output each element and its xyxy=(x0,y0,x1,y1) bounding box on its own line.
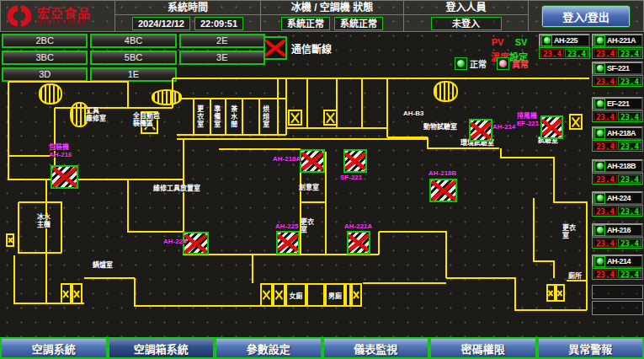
unit-led-icon xyxy=(594,63,605,74)
room-box: 女廁 xyxy=(285,283,306,307)
ahu-device-offline-icon[interactable] xyxy=(429,179,457,202)
unit-ah-214[interactable]: AH-214 xyxy=(592,255,643,268)
ahu-device-offline-icon[interactable] xyxy=(347,231,370,255)
nav-button-空調系統[interactable]: 空調系統 xyxy=(0,337,108,359)
unit-ah-216[interactable]: AH-216 xyxy=(592,223,643,237)
room-label: AH-B3 xyxy=(403,110,423,118)
pv-label: PV xyxy=(492,37,504,47)
floor-button-2bc[interactable]: 2BC xyxy=(2,34,88,48)
unit-ef-221-values: 23.423.4 xyxy=(592,110,643,122)
status-led-legend: 正常 異常 xyxy=(455,57,529,70)
room-label: 更衣 室 xyxy=(562,225,576,240)
room-label: 創意室 xyxy=(299,185,319,192)
unit-led-icon xyxy=(594,193,605,204)
ahu-device-label: AH-224 xyxy=(163,238,187,245)
floor-plan-map: 女廁男廁工具 維修室全自動包 裝機區更衣室準備室茶水間烘焙室AH-B3動物試驗室… xyxy=(0,74,599,335)
ahu-device-offline-icon[interactable] xyxy=(540,115,563,139)
unit-pv-value: 23.4 xyxy=(540,49,564,57)
normal-led-icon xyxy=(455,57,467,70)
unit-ah-225[interactable]: AH-225 xyxy=(539,34,590,47)
stairs-icon xyxy=(434,81,458,102)
ahu-device-label: AH-221A xyxy=(344,222,372,230)
unit-ah-218b[interactable]: AH-218B xyxy=(592,159,643,173)
login-user-value: 未登入 xyxy=(431,17,502,30)
unit-name: AH-218B xyxy=(607,162,636,170)
ahu-device-offline-icon[interactable] xyxy=(276,231,300,255)
ahu-device-label: AH-218A xyxy=(273,155,301,163)
unit-led-icon xyxy=(594,256,605,267)
unit-sv-value: 23.4 xyxy=(618,206,641,215)
nav-button-空調箱系統[interactable]: 空調箱系統 xyxy=(108,337,216,359)
unit-sv-value: 23.4 xyxy=(618,174,641,183)
comm-loss-legend: 通信斷線 xyxy=(263,36,332,60)
stairs-icon xyxy=(152,89,182,105)
floor-button-2e[interactable]: 2E xyxy=(179,34,265,48)
unit-ah-218a[interactable]: AH-218A xyxy=(592,126,643,140)
room-box: 男廁 xyxy=(325,283,345,307)
unit-led-icon xyxy=(594,225,605,236)
unit-sv-value: 23.4 xyxy=(618,77,641,85)
room-label: 全自動包 裝機區 xyxy=(133,113,160,128)
ahu-device-offline-icon[interactable] xyxy=(469,119,492,142)
unit-ah-224-values: 23.423.4 xyxy=(592,205,643,217)
unit-ah-218b-values: 23.423.4 xyxy=(592,173,643,185)
room-label: 動物試驗室 xyxy=(423,124,457,131)
hunya-logo-icon xyxy=(5,3,34,29)
unit-sv-value: 23.4 xyxy=(618,238,641,247)
abnormal-label: 異常 xyxy=(512,57,529,70)
login-logout-button[interactable]: 登入/登出 xyxy=(542,6,630,27)
room-box xyxy=(345,283,351,307)
floor-button-3e[interactable]: 3E xyxy=(179,51,265,65)
unit-sv-value: 23.4 xyxy=(618,142,641,150)
cross-box-icon xyxy=(273,283,285,307)
comm-loss-label: 通信斷線 xyxy=(291,41,332,56)
logo: 宏亞食品 HUNYA FOODS xyxy=(0,0,115,32)
time-display: 22:09:51 xyxy=(194,17,243,30)
login-user-label: 登入人員 xyxy=(404,1,528,15)
brand-name-en: HUNYA FOODS xyxy=(37,19,91,25)
unit-sv-value: 23.4 xyxy=(565,49,588,57)
unit-led-icon xyxy=(594,99,605,110)
ahu-status: 系統正常 xyxy=(334,17,383,30)
normal-label: 正常 xyxy=(470,57,487,70)
stairs-icon xyxy=(39,83,62,104)
floor-button-4bc[interactable]: 4BC xyxy=(90,34,176,48)
unit-ah-216-values: 23.423.4 xyxy=(592,237,643,249)
unit-ah-214-values: 23.423.4 xyxy=(592,268,643,280)
floor-button-5bc[interactable]: 5BC xyxy=(90,51,176,65)
unit-name: AH-225 xyxy=(554,36,577,45)
ahu-device-offline-icon[interactable] xyxy=(300,149,325,173)
unit-led-icon xyxy=(594,128,605,139)
abnormal-led-icon xyxy=(497,57,509,70)
nav-button-儀表監視[interactable]: 儀表監視 xyxy=(322,337,430,359)
room-label: 工具 維修室 xyxy=(86,108,106,123)
room-label: 更衣 室 xyxy=(301,219,314,234)
ahu-device-label: AH-214 xyxy=(492,123,516,131)
room-label: 冰水 主機 xyxy=(37,214,51,229)
cross-box-icon xyxy=(323,110,338,126)
unit-name: AH-216 xyxy=(607,226,631,234)
unit-ef-221[interactable]: EF-221 xyxy=(592,97,643,110)
ahu-device-offline-icon[interactable] xyxy=(51,165,78,189)
unit-led-icon xyxy=(594,35,605,46)
nav-button-異常警報[interactable]: 異常警報 xyxy=(537,337,644,359)
ahu-device-label: AH-225 xyxy=(275,222,299,230)
unit-sf-221[interactable]: SF-221 xyxy=(592,62,643,75)
unit-sv-value: 23.4 xyxy=(618,49,641,57)
unit-pv-value: 23.4 xyxy=(593,49,617,57)
unit-slot-empty xyxy=(592,301,643,315)
nav-button-密碼權限[interactable]: 密碼權限 xyxy=(429,337,537,359)
unit-ah-224[interactable]: AH-224 xyxy=(592,191,643,205)
nav-button-參數設定[interactable]: 參數設定 xyxy=(215,337,322,359)
room-label: 更衣室 xyxy=(195,105,203,128)
ahu-device-offline-icon[interactable] xyxy=(343,149,367,173)
floor-button-3bc[interactable]: 3BC xyxy=(2,51,88,65)
room-box xyxy=(306,283,325,307)
unit-led-icon xyxy=(594,161,605,172)
unit-ah-221a[interactable]: AH-221A xyxy=(592,34,643,47)
login-user-section: 登入人員 未登入 xyxy=(404,0,529,32)
cross-box-icon xyxy=(288,110,302,126)
ahu-device-label: 排風機 EF-221 xyxy=(517,112,539,127)
unit-name: AH-224 xyxy=(607,194,631,202)
ahu-device-label: 包裝機 AH-216 xyxy=(49,143,72,158)
